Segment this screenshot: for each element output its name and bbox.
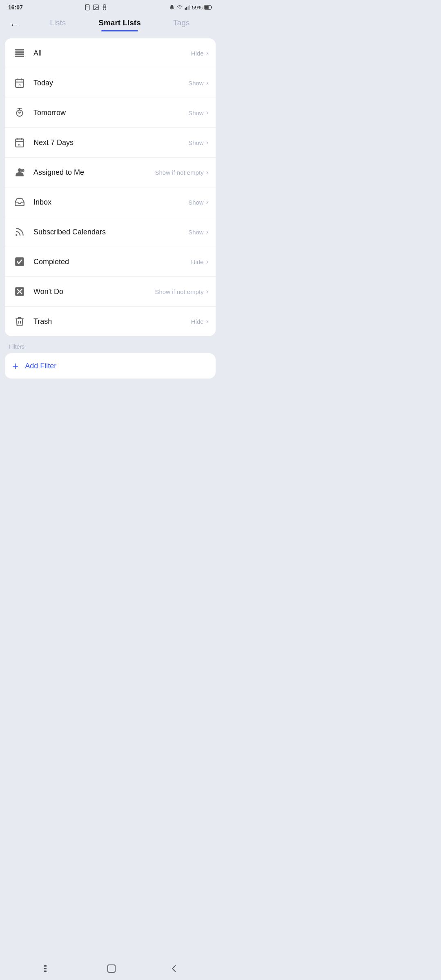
assignedtome-icon <box>12 165 27 180</box>
all-chevron: › <box>206 49 208 57</box>
tomorrow-chevron: › <box>206 109 208 116</box>
sim-icon <box>84 4 91 11</box>
list-item-all[interactable]: All Hide › <box>5 38 216 68</box>
wifi-icon <box>176 4 183 10</box>
next7days-chevron: › <box>206 139 208 146</box>
tab-tags[interactable]: Tags <box>151 18 212 31</box>
list-item-wontdo[interactable]: Won't Do Show if not empty › <box>5 277 216 307</box>
add-filter-plus-icon: + <box>12 361 18 371</box>
list-item-assignedtome[interactable]: Assigned to Me Show if not empty › <box>5 158 216 187</box>
svg-rect-12 <box>15 49 24 50</box>
inbox-chevron: › <box>206 198 208 206</box>
assignedtome-label: Assigned to Me <box>33 168 155 177</box>
next7days-status: Show <box>188 139 204 146</box>
list-item-next7days[interactable]: Tu Next 7 Days Show › <box>5 128 216 158</box>
trash-icon <box>12 314 27 329</box>
svg-point-31 <box>16 235 17 236</box>
pinwheel-icon <box>101 4 108 11</box>
subscribedcalendars-label: Subscribed Calendars <box>33 228 188 236</box>
list-item-inbox[interactable]: Inbox Show › <box>5 187 216 217</box>
today-icon: 8 <box>12 76 27 90</box>
header: ← Lists Smart Lists Tags <box>0 13 220 32</box>
wontdo-icon <box>12 284 27 299</box>
svg-point-3 <box>95 6 96 7</box>
svg-rect-14 <box>15 53 24 55</box>
smart-lists-card: All Hide › 8 Today Show › Tomorrow Show … <box>5 38 216 336</box>
main-content: All Hide › 8 Today Show › Tomorrow Show … <box>0 32 220 379</box>
svg-rect-10 <box>211 7 212 9</box>
completed-status: Hide <box>191 258 204 265</box>
filters-label: Filters <box>5 343 216 353</box>
svg-point-27 <box>18 168 22 172</box>
filters-card: + Add Filter <box>5 353 216 379</box>
tomorrow-label: Tomorrow <box>33 109 188 117</box>
all-status: Hide <box>191 50 204 57</box>
add-filter-label: Add Filter <box>25 362 56 370</box>
list-item-today[interactable]: 8 Today Show › <box>5 68 216 98</box>
svg-text:Tu: Tu <box>18 143 22 147</box>
svg-rect-13 <box>15 51 24 53</box>
tab-smart-lists[interactable]: Smart Lists <box>89 18 150 31</box>
next7days-label: Next 7 Days <box>33 138 188 147</box>
add-filter-row[interactable]: + Add Filter <box>5 353 216 379</box>
svg-text:8: 8 <box>19 83 21 87</box>
trash-status: Hide <box>191 318 204 325</box>
status-bar: 16:07 59% <box>0 0 220 13</box>
svg-rect-5 <box>185 8 186 10</box>
subscribedcalendars-chevron: › <box>206 228 208 236</box>
trash-label: Trash <box>33 317 191 326</box>
svg-rect-7 <box>188 6 189 10</box>
filters-section: Filters + Add Filter <box>5 343 216 379</box>
wontdo-status: Show if not empty <box>155 288 203 295</box>
status-right: 59% <box>169 4 212 11</box>
wontdo-chevron: › <box>206 288 208 295</box>
svg-rect-15 <box>15 56 24 57</box>
subscribedcalendars-status: Show <box>188 229 204 236</box>
assignedtome-chevron: › <box>206 169 208 176</box>
trash-chevron: › <box>206 318 208 325</box>
completed-chevron: › <box>206 258 208 265</box>
list-item-subscribedcalendars[interactable]: Subscribed Calendars Show › <box>5 217 216 247</box>
inbox-label: Inbox <box>33 198 188 207</box>
svg-point-4 <box>104 7 105 8</box>
today-status: Show <box>188 80 204 87</box>
tab-lists[interactable]: Lists <box>27 18 89 31</box>
tomorrow-status: Show <box>188 109 204 116</box>
svg-rect-8 <box>189 5 190 10</box>
bell-icon <box>169 4 175 10</box>
today-label: Today <box>33 79 188 87</box>
next7days-icon: Tu <box>12 135 27 150</box>
wontdo-label: Won't Do <box>33 287 155 296</box>
all-label: All <box>33 49 191 58</box>
battery-icon <box>204 5 212 10</box>
svg-rect-6 <box>186 7 187 10</box>
list-item-trash[interactable]: Trash Hide › <box>5 307 216 336</box>
assignedtome-status: Show if not empty <box>155 169 203 176</box>
image-icon <box>93 4 99 11</box>
svg-rect-0 <box>85 4 89 10</box>
completed-icon <box>12 254 27 269</box>
subscribedcalendars-icon <box>12 225 27 239</box>
nav-tabs: Lists Smart Lists Tags <box>27 18 212 31</box>
signal-icon <box>185 4 190 10</box>
inbox-icon <box>12 195 27 209</box>
status-icons <box>84 4 108 11</box>
completed-label: Completed <box>33 258 191 266</box>
inbox-status: Show <box>188 199 204 206</box>
status-time: 16:07 <box>8 4 23 11</box>
tomorrow-icon <box>12 105 27 120</box>
list-item-tomorrow[interactable]: Tomorrow Show › <box>5 98 216 128</box>
all-icon <box>12 46 27 60</box>
svg-rect-11 <box>205 6 209 9</box>
battery-percent: 59% <box>192 4 203 11</box>
back-button[interactable]: ← <box>8 18 20 32</box>
today-chevron: › <box>206 79 208 87</box>
svg-rect-1 <box>86 6 88 6</box>
list-item-completed[interactable]: Completed Hide › <box>5 247 216 277</box>
